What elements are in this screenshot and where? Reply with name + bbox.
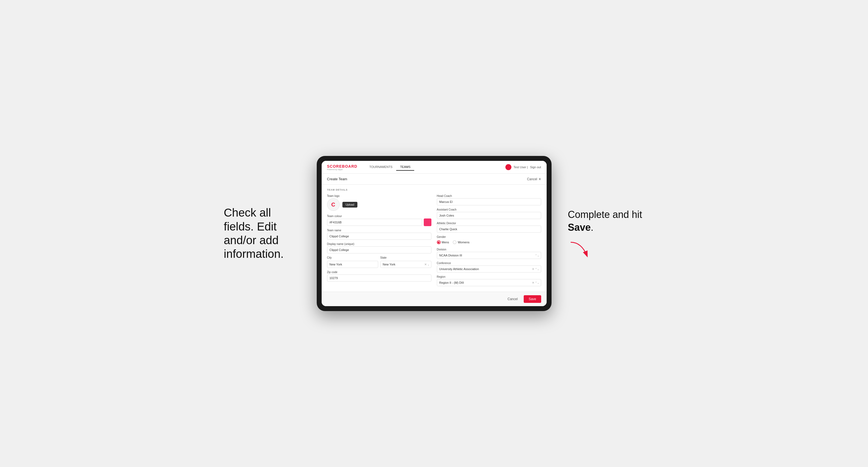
navbar-right: Test User | Sign out	[505, 164, 541, 170]
user-avatar	[505, 164, 512, 170]
save-button[interactable]: Save	[524, 295, 541, 303]
region-group: Region Region II - (M) DIII ✕ ⌃⌄	[437, 275, 541, 286]
head-coach-group: Head Coach	[437, 194, 541, 206]
head-coach-input[interactable]	[437, 198, 541, 206]
display-name-input[interactable]	[327, 246, 431, 253]
gender-group: Gender Mens Womens	[437, 236, 541, 245]
form-grid: Team logo C Upload Team colour	[327, 194, 541, 286]
sign-out-link[interactable]: Sign out	[530, 165, 541, 169]
assistant-coach-label: Assistant Coach	[437, 208, 541, 211]
head-coach-label: Head Coach	[437, 194, 541, 197]
team-logo-label: Team logo	[327, 194, 431, 197]
right-column: Head Coach Assistant Coach Athletic Dire…	[437, 194, 541, 286]
nav-tournaments[interactable]: TOURNAMENTS	[366, 164, 397, 171]
navbar: SCOREBOARD Powered by clippd TOURNAMENTS…	[322, 161, 547, 174]
gender-mens-option[interactable]: Mens	[437, 240, 449, 244]
team-colour-input[interactable]	[327, 219, 422, 226]
division-label: Division	[437, 248, 541, 251]
nav-teams[interactable]: TEAMS	[396, 164, 414, 171]
section-label: TEAM DETAILS	[327, 188, 541, 191]
athletic-director-input[interactable]	[437, 225, 541, 233]
team-name-label: Team name	[327, 229, 431, 232]
nav-links: TOURNAMENTS TEAMS	[366, 164, 505, 171]
cancel-close[interactable]: Cancel ✕	[527, 177, 541, 181]
right-annotation-period: .	[591, 222, 594, 233]
left-annotation: Check all fields. Edit and/or add inform…	[224, 206, 300, 261]
conference-value: University Athletic Association	[439, 266, 532, 272]
division-select-wrapper: NCAA Division III ⌃⌄	[437, 252, 541, 259]
athletic-director-label: Athletic Director	[437, 222, 541, 225]
upload-button[interactable]: Upload	[342, 202, 358, 208]
conference-label: Conference	[437, 261, 541, 264]
zip-label: Zip code	[327, 271, 431, 274]
city-state-group: City State ✕ ⌄	[327, 256, 431, 268]
tablet-frame: SCOREBOARD Powered by clippd TOURNAMENTS…	[317, 156, 552, 311]
right-annotation-wrapper: Complete and hit Save.	[568, 208, 644, 259]
brand: SCOREBOARD Powered by clippd	[327, 164, 358, 170]
brand-title: SCOREBOARD	[327, 164, 358, 168]
team-logo-group: Team logo C Upload	[327, 194, 431, 212]
brand-sub: Powered by clippd	[327, 168, 358, 170]
colour-row	[327, 218, 431, 226]
state-input-wrapper: ✕ ⌄	[380, 261, 431, 268]
display-name-label: Display name (unique)	[327, 243, 431, 246]
region-chevron-icon[interactable]: ⌃⌄	[535, 281, 539, 284]
cancel-label: Cancel	[527, 177, 537, 181]
logo-circle: C	[327, 198, 340, 211]
logo-letter: C	[331, 201, 335, 208]
mens-radio-dot	[438, 242, 440, 243]
city-group: City	[327, 256, 378, 268]
right-annotation-text: Complete and hit	[568, 209, 642, 220]
team-name-group: Team name	[327, 229, 431, 240]
division-chevron-icon[interactable]: ⌃⌄	[535, 254, 539, 257]
mens-radio-circle	[437, 240, 441, 244]
form-container: TEAM DETAILS Team logo C Upload	[322, 185, 547, 292]
cancel-button[interactable]: Cancel	[504, 295, 521, 303]
state-label: State	[380, 256, 431, 259]
womens-radio-circle	[453, 240, 457, 244]
logo-section: C Upload	[327, 198, 431, 211]
right-annotation-bold: Save	[568, 222, 591, 233]
gender-row: Mens Womens	[437, 239, 541, 245]
region-clear-icon[interactable]: ✕	[532, 281, 534, 285]
team-colour-group: Team colour	[327, 215, 431, 226]
state-group: State ✕ ⌄	[380, 256, 431, 268]
gender-label: Gender	[437, 236, 541, 239]
save-arrow-icon	[568, 240, 590, 259]
user-name: Test User |	[514, 165, 528, 169]
left-annotation-text: Check all fields. Edit and/or add inform…	[224, 206, 284, 260]
close-icon: ✕	[538, 177, 541, 181]
team-name-input[interactable]	[327, 233, 431, 240]
conference-clear-icon[interactable]: ✕	[532, 268, 534, 271]
state-chevron-icon[interactable]: ⌄	[427, 263, 430, 266]
gender-mens-label: Mens	[442, 241, 449, 244]
tablet-screen: SCOREBOARD Powered by clippd TOURNAMENTS…	[322, 161, 547, 306]
gender-womens-option[interactable]: Womens	[453, 240, 469, 244]
gender-womens-label: Womens	[458, 241, 469, 244]
create-team-header: Create Team Cancel ✕	[322, 174, 547, 185]
assistant-coach-group: Assistant Coach	[437, 208, 541, 219]
assistant-coach-input[interactable]	[437, 212, 541, 219]
region-value: Region II - (M) DIII	[439, 279, 532, 286]
state-input[interactable]	[382, 261, 424, 268]
division-value: NCAA Division III	[439, 252, 535, 259]
region-wrapper: Region II - (M) DIII ✕ ⌃⌄	[437, 279, 541, 286]
form-footer: Cancel Save	[322, 292, 547, 306]
region-label: Region	[437, 275, 541, 278]
conference-group: Conference University Athletic Associati…	[437, 261, 541, 273]
display-name-group: Display name (unique)	[327, 243, 431, 253]
conference-chevron-icon[interactable]: ⌃⌄	[535, 268, 539, 271]
team-colour-label: Team colour	[327, 215, 431, 218]
athletic-director-group: Athletic Director	[437, 222, 541, 233]
left-column: Team logo C Upload Team colour	[327, 194, 431, 286]
right-annotation: Complete and hit Save.	[568, 208, 644, 234]
conference-wrapper: University Athletic Association ✕ ⌃⌄	[437, 266, 541, 273]
zip-input[interactable]	[327, 275, 431, 282]
zip-group: Zip code	[327, 271, 431, 282]
city-state-row: City State ✕ ⌄	[327, 256, 431, 268]
city-input[interactable]	[327, 261, 378, 268]
create-team-title: Create Team	[327, 177, 347, 181]
city-label: City	[327, 256, 378, 259]
colour-swatch[interactable]	[424, 218, 431, 226]
state-clear-icon[interactable]: ✕	[424, 263, 427, 266]
